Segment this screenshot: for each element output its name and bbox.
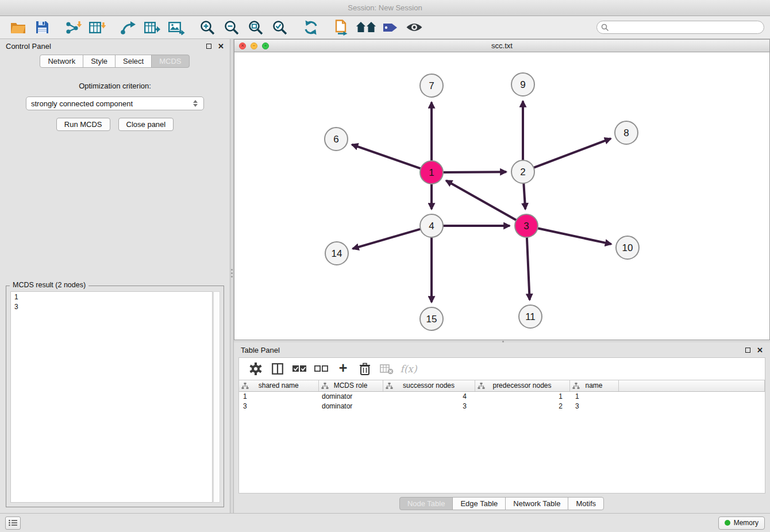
zoom-selected-button[interactable] (268, 18, 292, 37)
zoom-in-button[interactable] (195, 18, 220, 37)
cell-mcds-role[interactable]: dominator (318, 401, 383, 411)
node-label: 2 (520, 167, 525, 178)
node-label: 9 (520, 79, 525, 90)
mcds-result-list[interactable]: 1 3 (10, 291, 213, 503)
zoom-window-icon[interactable]: + (262, 43, 269, 49)
close-table-panel-icon[interactable]: ✕ (757, 346, 763, 354)
tab-motifs[interactable]: Motifs (568, 497, 604, 510)
criterion-select[interactable]: strongly connected component (26, 97, 204, 110)
function-builder-button[interactable]: f(x) (398, 359, 419, 379)
apply-style-button[interactable] (330, 18, 354, 37)
network-overview-button[interactable] (354, 18, 378, 37)
export-table-button[interactable] (140, 18, 164, 37)
graph-edge-1-2[interactable] (443, 172, 506, 172)
search-input[interactable] (612, 22, 760, 33)
criterion-selected-value: strongly connected component (31, 99, 133, 108)
tab-select[interactable]: Select (115, 55, 152, 68)
graph-edge-2-3[interactable] (523, 183, 525, 209)
table-panel: Table Panel ✕ (234, 342, 770, 513)
tab-mcds[interactable]: MCDS (151, 55, 189, 68)
select-all-button[interactable] (288, 359, 310, 379)
graph-node-14[interactable]: 14 (325, 242, 348, 265)
network-canvas[interactable]: 7968124314101511 (234, 52, 769, 340)
zoom-out-button[interactable] (220, 18, 244, 37)
column-header-shared-name[interactable]: shared name (239, 380, 318, 391)
panel-splitter[interactable] (230, 39, 234, 513)
cell-name[interactable]: 1 (569, 391, 618, 401)
network-window-title: scc.txt (234, 41, 769, 50)
import-table-button[interactable] (85, 18, 109, 37)
close-panel-icon[interactable]: ✕ (218, 43, 224, 50)
graph-node-15[interactable]: 15 (420, 307, 443, 330)
refresh-view-button[interactable] (299, 18, 323, 37)
cell-successor-nodes[interactable]: 3 (383, 401, 475, 411)
graph-node-4[interactable]: 4 (420, 214, 443, 237)
graph-edge-2-8[interactable] (534, 138, 611, 168)
memory-button[interactable]: Memory (718, 516, 765, 530)
table-settings-button[interactable] (245, 359, 267, 379)
graph-edge-3-10[interactable] (538, 228, 611, 244)
tab-network[interactable]: Network (40, 55, 83, 68)
graph-node-11[interactable]: 11 (519, 305, 542, 328)
show-columns-button[interactable] (267, 359, 288, 379)
search-field[interactable] (596, 21, 764, 34)
table-row[interactable]: 3 dominator 3 2 3 (239, 401, 765, 411)
delete-column-button[interactable] (354, 359, 376, 379)
graph-node-10[interactable]: 10 (616, 236, 639, 259)
float-panel-icon[interactable] (206, 44, 211, 49)
cell-mcds-role[interactable]: dominator (318, 391, 383, 401)
graph-edge-4-14[interactable] (353, 229, 421, 249)
graph-edge-3-11[interactable] (527, 237, 530, 300)
graph-node-3[interactable]: 3 (515, 214, 538, 237)
column-header-successor-nodes[interactable]: successor nodes (383, 380, 475, 391)
node-label: 6 (333, 134, 338, 145)
result-scrollbar[interactable] (213, 291, 220, 503)
cell-successor-nodes[interactable]: 4 (383, 391, 475, 401)
cell-name[interactable]: 3 (569, 401, 618, 411)
graph-node-9[interactable]: 9 (511, 73, 534, 96)
cell-shared-name[interactable]: 1 (239, 391, 318, 401)
graph-node-2[interactable]: 2 (511, 160, 534, 183)
delete-table-button[interactable] (376, 359, 398, 379)
close-panel-button[interactable]: Close panel (118, 118, 174, 131)
table-row[interactable]: 1 dominator 4 1 1 (239, 391, 765, 401)
task-history-button[interactable] (5, 516, 21, 530)
unchecked-boxes-icon (314, 363, 329, 375)
tab-edge-table[interactable]: Edge Table (452, 497, 506, 510)
column-header-mcds-role[interactable]: MCDS role (318, 380, 383, 391)
close-window-icon[interactable]: ✕ (239, 43, 246, 49)
import-network-icon (64, 20, 82, 35)
toggle-details-button[interactable] (402, 18, 426, 37)
tab-network-table[interactable]: Network Table (505, 497, 568, 510)
cell-predecessor-nodes[interactable]: 2 (475, 401, 569, 411)
new-network-button[interactable] (116, 18, 140, 37)
mcds-result-line: 3 (14, 302, 209, 312)
save-session-button[interactable] (30, 18, 54, 37)
column-header-name[interactable]: name (569, 380, 618, 391)
minimize-window-icon[interactable]: − (251, 43, 257, 49)
import-network-button[interactable] (61, 18, 85, 37)
open-session-button[interactable] (6, 18, 30, 37)
tab-node-table[interactable]: Node Table (399, 497, 453, 510)
zoom-fit-button[interactable] (244, 18, 268, 37)
zoom-glyph: + (264, 44, 267, 48)
run-mcds-button[interactable]: Run MCDS (56, 118, 110, 131)
graph-edge-3-1[interactable] (446, 180, 516, 220)
horizontal-splitter[interactable] (234, 340, 770, 342)
column-header-predecessor-nodes[interactable]: predecessor nodes (475, 380, 569, 391)
column-label: MCDS role (334, 381, 368, 390)
cell-predecessor-nodes[interactable]: 1 (475, 391, 569, 401)
graph-node-6[interactable]: 6 (325, 128, 348, 151)
graph-node-7[interactable]: 7 (420, 74, 443, 97)
tab-style[interactable]: Style (83, 55, 116, 68)
add-column-button[interactable]: + (332, 359, 354, 379)
graph-node-8[interactable]: 8 (615, 121, 638, 144)
graph-node-1[interactable]: 1 (420, 161, 443, 184)
deselect-all-button[interactable] (310, 359, 332, 379)
main-toolbar (0, 16, 770, 39)
export-image-button[interactable] (164, 18, 188, 37)
float-table-panel-icon[interactable] (745, 348, 750, 353)
label-button[interactable] (378, 18, 402, 37)
cell-shared-name[interactable]: 3 (239, 401, 318, 411)
graph-edge-1-6[interactable] (352, 145, 421, 169)
